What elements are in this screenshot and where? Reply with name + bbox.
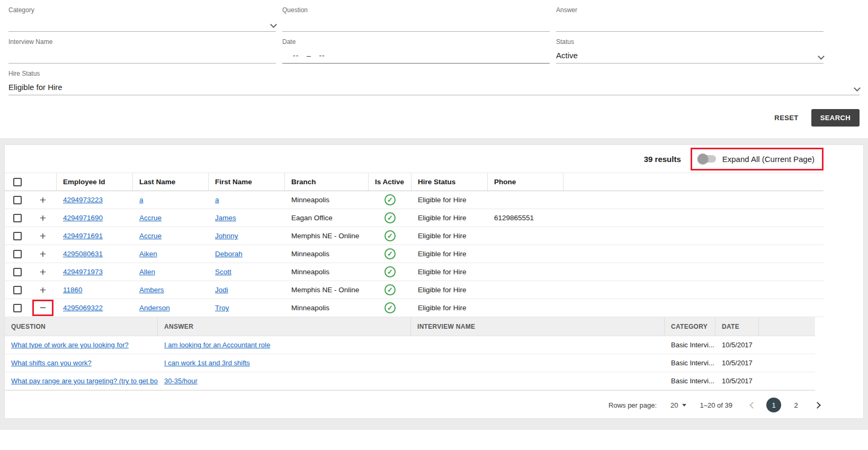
date-label: Date (282, 38, 550, 46)
detail-row: What pay range are you targeting? (try t… (5, 372, 815, 390)
employee-id-link[interactable]: 4295069322 (63, 304, 103, 312)
toggle-knob-icon (697, 154, 708, 164)
page-navigation: 1 2 (746, 398, 824, 412)
first-name-link[interactable]: Deborah (215, 250, 243, 258)
expand-all-toggle[interactable] (699, 155, 716, 163)
collapse-row-button[interactable]: − (37, 302, 49, 313)
answer-input[interactable] (556, 19, 824, 28)
hire-status-cell: Eligible for Hire (411, 209, 488, 227)
question-field: Question (282, 6, 550, 32)
next-page-button[interactable] (811, 399, 824, 411)
row-checkbox[interactable] (13, 268, 22, 276)
prev-page-button[interactable] (746, 399, 759, 411)
active-check-icon: ✓ (384, 230, 396, 241)
hire-status-cell: Eligible for Hire (411, 263, 488, 281)
last-name-link[interactable]: Aiken (139, 250, 157, 258)
question-input[interactable] (282, 19, 550, 28)
page-2-button[interactable]: 2 (789, 398, 803, 412)
category-select[interactable] (8, 15, 276, 32)
hire-status-cell: Eligible for Hire (411, 191, 488, 209)
col-header-hire-status: Hire Status (411, 173, 488, 191)
last-name-link[interactable]: Allen (139, 268, 155, 276)
search-filters-panel: Category Question Answer Interview (0, 0, 868, 138)
first-name-link[interactable]: James (215, 214, 236, 222)
first-name-link[interactable]: Johnny (215, 232, 238, 240)
detail-col-question: QUESTION (5, 317, 158, 336)
answer-label: Answer (556, 6, 824, 14)
phone-cell (488, 263, 563, 281)
row-checkbox[interactable] (13, 196, 22, 204)
question-link[interactable]: What shifts can you work? (11, 359, 92, 367)
employee-id-link[interactable]: 4294971691 (63, 232, 103, 240)
status-select[interactable]: Active (556, 47, 824, 64)
question-link[interactable]: What type of work are you looking for? (11, 341, 129, 349)
hire-status-field: Hire Status Eligible for Hire (8, 70, 860, 95)
date-cell: 10/5/2017 (715, 354, 759, 372)
branch-cell: Minneapolis (285, 299, 369, 317)
employee-id-link[interactable]: 11860 (63, 286, 83, 294)
date-cell: 10/5/2017 (715, 372, 759, 390)
expand-row-button[interactable]: + (37, 194, 49, 205)
rows-per-page-select[interactable]: 20 (670, 401, 686, 409)
select-all-checkbox[interactable] (13, 178, 22, 186)
results-toolbar: 39 results Expand All (Current Page) (5, 145, 824, 173)
row-checkbox[interactable] (13, 250, 22, 258)
date-cell: 10/5/2017 (715, 336, 759, 354)
expand-row-button[interactable]: + (37, 230, 49, 241)
active-check-icon: ✓ (384, 266, 396, 277)
first-name-link[interactable]: Jodi (215, 286, 228, 294)
employee-id-link[interactable]: 4294971690 (63, 214, 103, 222)
interview-name-cell (411, 336, 665, 354)
phone-cell (488, 191, 563, 209)
active-check-icon: ✓ (384, 212, 396, 223)
expand-row-button[interactable]: + (37, 266, 49, 277)
first-name-link[interactable]: Scott (215, 268, 231, 276)
hire-status-select[interactable]: Eligible for Hire (8, 78, 860, 95)
interview-name-input[interactable] (8, 51, 276, 60)
row-checkbox[interactable] (13, 214, 22, 222)
employee-row: + 4294971690 Accrue James Eagan Office ✓… (5, 209, 824, 227)
last-name-link[interactable]: a (139, 196, 144, 204)
col-header-employee-id: Employee Id (57, 173, 133, 191)
hire-status-label: Hire Status (8, 70, 860, 77)
employee-row: + 4294971973 Allen Scott Minneapolis ✓ E… (5, 263, 824, 281)
date-input[interactable]: -- – -- (282, 47, 550, 64)
answer-link[interactable]: I can work 1st and 3rd shifts (164, 359, 250, 367)
expand-column-header (29, 173, 57, 191)
hire-status-cell: Eligible for Hire (411, 227, 488, 245)
chevron-down-icon (270, 21, 277, 28)
row-checkbox[interactable] (13, 232, 22, 240)
first-name-link[interactable]: Troy (215, 304, 229, 312)
expand-row-button[interactable]: + (37, 248, 49, 259)
hire-status-cell: Eligible for Hire (411, 281, 488, 299)
last-name-link[interactable]: Ambers (139, 286, 164, 294)
row-checkbox[interactable] (13, 286, 22, 294)
question-link[interactable]: What pay range are you targeting? (try t… (11, 377, 158, 385)
reset-button[interactable]: RESET (769, 110, 803, 126)
status-field: Status Active (556, 38, 824, 64)
col-header-is-active: Is Active (369, 173, 411, 191)
last-name-link[interactable]: Anderson (139, 304, 170, 312)
answer-link[interactable]: I am looking for an Accountant role (164, 341, 270, 349)
row-checkbox[interactable] (13, 304, 22, 312)
expand-row-button[interactable]: + (37, 212, 49, 223)
answer-link[interactable]: 30-35/hour (164, 377, 198, 385)
branch-cell: Memphis NE - Online (285, 281, 369, 299)
last-name-link[interactable]: Accrue (139, 214, 162, 222)
search-button[interactable]: SEARCH (811, 109, 860, 127)
active-check-icon: ✓ (384, 302, 396, 313)
page-1-button[interactable]: 1 (766, 398, 781, 412)
col-header-last-name: Last Name (133, 173, 209, 191)
first-name-link[interactable]: a (215, 196, 219, 204)
last-name-link[interactable]: Accrue (139, 232, 162, 240)
employee-id-link[interactable]: 4294973223 (63, 196, 103, 204)
status-value: Active (556, 51, 578, 60)
expand-row-button[interactable]: + (37, 284, 49, 295)
detail-row: What type of work are you looking for? I… (5, 336, 815, 354)
date-value: -- – -- (282, 51, 325, 60)
results-count: 39 results (644, 155, 681, 164)
hire-status-cell: Eligible for Hire (411, 245, 488, 263)
page-footer-space (0, 430, 868, 450)
employee-id-link[interactable]: 4295080631 (63, 250, 103, 258)
employee-id-link[interactable]: 4294971973 (63, 268, 103, 276)
